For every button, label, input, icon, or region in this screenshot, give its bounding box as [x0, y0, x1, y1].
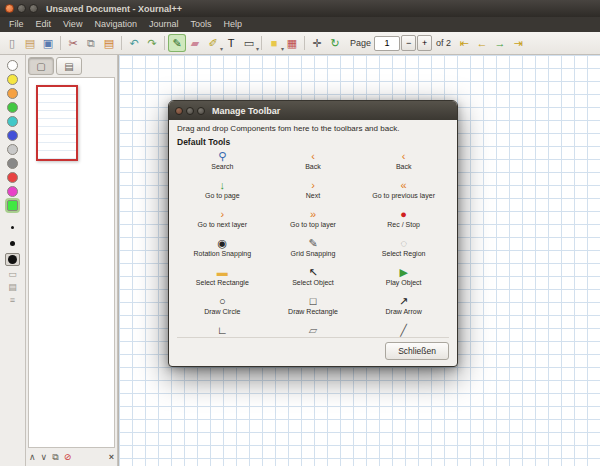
shape-tool-icon[interactable]: ▭▾ [240, 34, 258, 52]
menu-file[interactable]: File [3, 17, 30, 32]
pen-size-option[interactable] [5, 253, 20, 266]
color-swatch[interactable] [7, 172, 18, 183]
new-document-icon[interactable]: ▯ [3, 34, 21, 52]
draw-coordinate-system-tool[interactable]: ∟Draw coordinate system [177, 323, 268, 337]
move-page-up-icon[interactable]: ∧ [29, 453, 36, 462]
color-palette-icon[interactable]: ▦ [283, 34, 301, 52]
dialog-titlebar[interactable]: Manage Toolbar [169, 101, 457, 120]
copy-icon[interactable]: ⧉ [82, 34, 100, 52]
goto-next-icon[interactable]: → [491, 34, 509, 52]
grid-snapping-tool[interactable]: ✎Grid Snapping [268, 236, 359, 265]
window-titlebar[interactable]: Unsaved Document - Xournal++ [0, 0, 600, 17]
pen-icon[interactable]: ✎ [168, 34, 186, 52]
copy-page-icon[interactable]: ⧉ [52, 453, 58, 462]
select-object-tool-icon: ↖ [308, 265, 317, 279]
menu-navigation[interactable]: Navigation [88, 17, 143, 32]
menu-help[interactable]: Help [217, 17, 248, 32]
play-object-tool-icon: ▶ [399, 265, 407, 279]
delete-page-icon[interactable]: ⊘ [64, 453, 72, 462]
goto-page-tool-icon: ↓ [220, 178, 226, 192]
tool-option-icon[interactable]: ▭ [8, 269, 17, 279]
draw-circle-tool[interactable]: ○Draw Circle [177, 294, 268, 323]
color-swatch[interactable] [7, 116, 18, 127]
color-swatch[interactable] [7, 88, 18, 99]
tools-scroll-area[interactable]: ⚲Search‹Back‹Back↓Go to page›Next«Go to … [177, 149, 449, 337]
color-swatch[interactable] [7, 144, 18, 155]
select-object-tool[interactable]: ↖Select Object [268, 265, 359, 294]
goto-next-layer-tool[interactable]: ›Go to next layer [177, 207, 268, 236]
goto-top-layer-tool[interactable]: »Go to top layer [268, 207, 359, 236]
tool-option-icon[interactable]: ≡ [10, 295, 15, 305]
window-close-icon[interactable] [5, 4, 14, 13]
goto-page-tool[interactable]: ↓Go to page [177, 178, 268, 207]
size-dot [11, 226, 14, 229]
page-number-input[interactable] [374, 36, 400, 51]
schliessen-button[interactable]: Schließen [385, 342, 449, 360]
search-tool-icon: ⚲ [218, 149, 226, 163]
undo-icon[interactable]: ↶ [125, 34, 143, 52]
back-tool[interactable]: ‹Back [268, 149, 359, 178]
dialog-maximize-icon[interactable] [197, 107, 205, 115]
dialog-minimize-icon[interactable] [186, 107, 194, 115]
color-swatch[interactable] [7, 130, 18, 141]
color-swatch[interactable] [7, 158, 18, 169]
sidebar-close-icon[interactable]: × [109, 453, 114, 462]
draw-coordinate-system-tool-icon: ∟ [217, 323, 228, 337]
menu-edit[interactable]: Edit [30, 17, 58, 32]
color-swatch[interactable] [7, 60, 18, 71]
select-region-tool[interactable]: ◌Select Region [358, 236, 449, 265]
select-rectangle-tool[interactable]: ▬Select Rectangle [177, 265, 268, 294]
zoom-fit-icon[interactable]: ↻ [326, 34, 344, 52]
window-minimize-icon[interactable] [17, 4, 26, 13]
goto-previous-layer-tool[interactable]: «Go to previous layer [358, 178, 449, 207]
open-icon[interactable]: ▤ [21, 34, 39, 52]
shape-recognizer-tool[interactable]: ▱Shape Recognizer [268, 323, 359, 337]
page-increment-button[interactable]: + [417, 35, 432, 51]
color-swatch-icon[interactable]: ■▾ [265, 34, 283, 52]
menu-view[interactable]: View [57, 17, 88, 32]
goto-last-icon[interactable]: ⇥ [509, 34, 527, 52]
tool-label: Rotation Snapping [194, 250, 252, 257]
menu-journal[interactable]: Journal [143, 17, 185, 32]
cut-icon[interactable]: ✂ [64, 34, 82, 52]
pen-size-option[interactable] [5, 221, 20, 234]
dialog-title: Manage Toolbar [212, 106, 280, 116]
window-maximize-icon[interactable] [29, 4, 38, 13]
goto-first-icon[interactable]: ⇤ [455, 34, 473, 52]
manage-toolbar-dialog: Manage Toolbar Drag and drop Components … [168, 100, 458, 367]
redo-icon[interactable]: ↷ [143, 34, 161, 52]
draw-arrow-tool-icon: ↗ [399, 294, 408, 308]
color-swatch[interactable] [7, 200, 18, 211]
goto-top-layer-tool-icon: » [310, 207, 316, 221]
layer-preview-tab[interactable]: ▤ [56, 57, 82, 75]
pen-size-option[interactable] [5, 237, 20, 250]
page-decrement-button[interactable]: − [401, 35, 416, 51]
ruler-tool[interactable]: ╱Ruler [358, 323, 449, 337]
rec-stop-tool[interactable]: ●Rec / Stop [358, 207, 449, 236]
next-tool[interactable]: ›Next [268, 178, 359, 207]
hand-tool-icon[interactable]: ✛ [308, 34, 326, 52]
save-icon[interactable]: ▣ [39, 34, 57, 52]
play-object-tool[interactable]: ▶Play Object [358, 265, 449, 294]
color-swatch[interactable] [7, 74, 18, 85]
next-tool-icon: › [311, 178, 315, 192]
draw-arrow-tool[interactable]: ↗Draw Arrow [358, 294, 449, 323]
menu-tools[interactable]: Tools [184, 17, 217, 32]
color-swatch[interactable] [7, 186, 18, 197]
dialog-close-icon[interactable] [175, 107, 183, 115]
color-swatch[interactable] [7, 102, 18, 113]
page-thumbnail[interactable] [36, 85, 78, 161]
tool-option-icon[interactable]: ▤ [8, 282, 17, 292]
page-preview-tab[interactable]: ▢ [28, 57, 54, 75]
rotation-snapping-tool[interactable]: ◉Rotation Snapping [177, 236, 268, 265]
toolbar: ▯▤▣✂⧉▤↶↷✎▰✐▾T▭▾■▾▦✛↻ Page − + of 2 ⇤←→⇥ [0, 32, 600, 55]
goto-previous-icon[interactable]: ← [473, 34, 491, 52]
search-tool[interactable]: ⚲Search [177, 149, 268, 178]
draw-rectangle-tool[interactable]: □Draw Rectangle [268, 294, 359, 323]
paste-icon[interactable]: ▤ [100, 34, 118, 52]
highlighter-icon[interactable]: ✐▾ [204, 34, 222, 52]
back-tool[interactable]: ‹Back [358, 149, 449, 178]
text-tool-icon[interactable]: T [222, 34, 240, 52]
eraser-icon[interactable]: ▰ [186, 34, 204, 52]
move-page-down-icon[interactable]: ∨ [41, 453, 48, 462]
